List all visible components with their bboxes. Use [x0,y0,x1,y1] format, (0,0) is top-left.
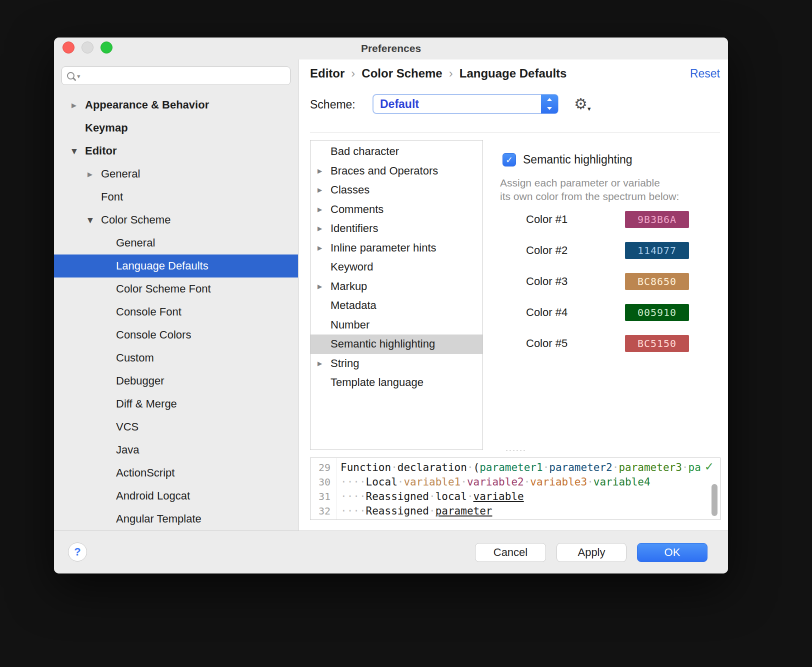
search-input[interactable] [84,67,285,84]
apply-button[interactable]: Apply [556,543,626,562]
sidebar-item-custom[interactable]: Custom [54,346,298,370]
search-caret-icon[interactable]: ▾ [77,72,80,80]
scheme-select[interactable]: Default [372,94,558,114]
sidebar-item-android-logcat[interactable]: Android Logcat [54,484,298,508]
breadcrumb-separator: › [449,66,453,80]
color-swatch-5[interactable]: BC5150 [625,335,689,352]
breadcrumb: Editor›Color Scheme›Language Defaults [310,66,566,80]
sidebar-item-vcs[interactable]: VCS [54,416,298,438]
element-item-bad-character[interactable]: Bad character [310,142,482,162]
whitespace-dots: · [543,462,550,474]
element-item-inline-parameter-hints[interactable]: ▶Inline parameter hints [310,238,482,258]
element-item-number[interactable]: Number [310,316,482,335]
reset-link[interactable]: Reset [690,67,720,80]
settings-sidebar: ▾ ▶Appearance & BehaviorKeymap▼Editor▶Ge… [54,60,298,530]
content-header: Editor›Color Scheme›Language Defaults Re… [310,64,720,84]
element-item-semantic-highlighting[interactable]: Semantic highlighting [310,334,482,354]
preview-scrollbar[interactable] [712,484,718,516]
element-item-comments[interactable]: ▶Comments [310,200,482,220]
sidebar-item-general[interactable]: ▶General [54,162,298,186]
color-swatch-2[interactable]: 114D77 [625,242,689,259]
element-list: Bad character▶Braces and Operators▶Class… [310,140,483,450]
chevron-collapsed-icon[interactable]: ▶ [318,206,330,213]
zoom-button[interactable] [100,42,112,54]
sidebar-item-label: Diff & Merge [116,398,177,410]
semantic-description: Assign each parameter or variable its ow… [500,176,679,203]
splitter-handle[interactable] [501,448,531,453]
code-token: variable3 [530,476,587,488]
color-swatch-3[interactable]: BC8650 [625,273,689,290]
chevron-expanded-icon[interactable]: ▼ [72,147,85,155]
sidebar-item-actionscript[interactable]: ActionScript [54,462,298,484]
chevron-collapsed-icon[interactable]: ▶ [318,225,330,232]
ok-button[interactable]: OK [637,543,708,562]
sidebar-item-color-scheme[interactable]: ▼Color Scheme [54,208,298,232]
search-field[interactable]: ▾ [62,66,290,85]
sidebar-item-console-colors[interactable]: Console Colors [54,324,298,346]
element-item-metadata[interactable]: Metadata [310,296,482,316]
splitter-dots-icon [505,450,527,452]
sidebar-item-angular-template[interactable]: Angular Template [54,508,298,530]
check-icon: ✓ [506,154,513,165]
color-row-2: Color #2114D77 [526,242,689,259]
semantic-highlighting-checkbox[interactable]: ✓ [502,153,516,166]
chevron-collapsed-icon[interactable]: ▶ [72,102,85,109]
breadcrumb-separator: › [351,66,355,80]
element-item-template-language[interactable]: Template language [310,373,482,392]
element-item-label: Semantic highlighting [330,338,435,350]
chevron-collapsed-icon[interactable]: ▶ [88,170,101,178]
sidebar-item-console-font[interactable]: Console Font [54,300,298,324]
code-token: variable [474,490,524,502]
whitespace-dots: · [587,476,594,488]
element-item-string[interactable]: ▶String [310,354,482,374]
sidebar-item-debugger[interactable]: Debugger [54,370,298,392]
sidebar-item-java[interactable]: Java [54,438,298,462]
cancel-button[interactable]: Cancel [475,543,546,562]
sidebar-item-label: Console Font [116,306,182,318]
color-row-1: Color #19B3B6A [526,211,689,228]
sidebar-item-diff-merge[interactable]: Diff & Merge [54,392,298,416]
color-swatch-4[interactable]: 005910 [625,304,689,321]
scheme-actions-button[interactable]: ⚙▾ [574,95,590,112]
sidebar-item-general[interactable]: General [54,232,298,254]
code-token: parameter3 [618,462,682,474]
sidebar-item-color-scheme-font[interactable]: Color Scheme Font [54,278,298,300]
sidebar-item-language-defaults[interactable]: Language Defaults [54,254,298,278]
whitespace-dots: ···· [340,505,366,517]
chevron-collapsed-icon[interactable]: ▶ [318,283,330,290]
chevron-collapsed-icon[interactable]: ▶ [318,360,330,367]
element-item-braces-and-operators[interactable]: ▶Braces and Operators [310,162,482,181]
whitespace-dots: · [429,490,436,502]
code-token: local [436,490,467,502]
chevron-expanded-icon[interactable]: ▼ [88,216,101,224]
element-item-label: Identifiers [330,222,378,235]
color-row-4: Color #4005910 [526,304,689,321]
sidebar-item-appearance-behavior[interactable]: ▶Appearance & Behavior [54,94,298,116]
element-item-identifiers[interactable]: ▶Identifiers [310,219,482,238]
close-button[interactable] [62,42,74,54]
help-button[interactable]: ? [68,542,87,562]
sidebar-item-font[interactable]: Font [54,186,298,208]
chevron-collapsed-icon[interactable]: ▶ [318,168,330,174]
element-item-classes[interactable]: ▶Classes [310,180,482,200]
breadcrumb-editor[interactable]: Editor [310,66,344,80]
breadcrumb-color-scheme[interactable]: Color Scheme [362,66,442,80]
color-swatch-1[interactable]: 9B3B6A [625,211,689,228]
chevron-collapsed-icon[interactable]: ▶ [318,186,330,194]
sidebar-item-editor[interactable]: ▼Editor [54,140,298,162]
element-item-label: Comments [330,203,384,216]
breadcrumb-language-defaults[interactable]: Language Defaults [460,66,567,80]
element-item-markup[interactable]: ▶Markup [310,277,482,296]
code-text: ····Local·variable1·variable2·variable3·… [340,476,650,488]
titlebar[interactable]: Preferences [54,38,728,60]
sidebar-item-keymap[interactable]: Keymap [54,116,298,140]
chevron-collapsed-icon[interactable]: ▶ [318,244,330,252]
code-text: Function·declaration·(parameter1·paramet… [340,462,701,474]
line-number: 30 [310,476,340,488]
sidebar-item-label: Color Scheme Font [116,282,211,296]
preferences-window: Preferences ▾ ▶Appearance & BehaviorKeym… [54,38,728,574]
color-label: Color #2 [526,244,625,257]
code-token: declaration [398,462,467,474]
dropdown-stepper-icon[interactable] [541,94,558,114]
element-item-keyword[interactable]: Keyword [310,258,482,277]
